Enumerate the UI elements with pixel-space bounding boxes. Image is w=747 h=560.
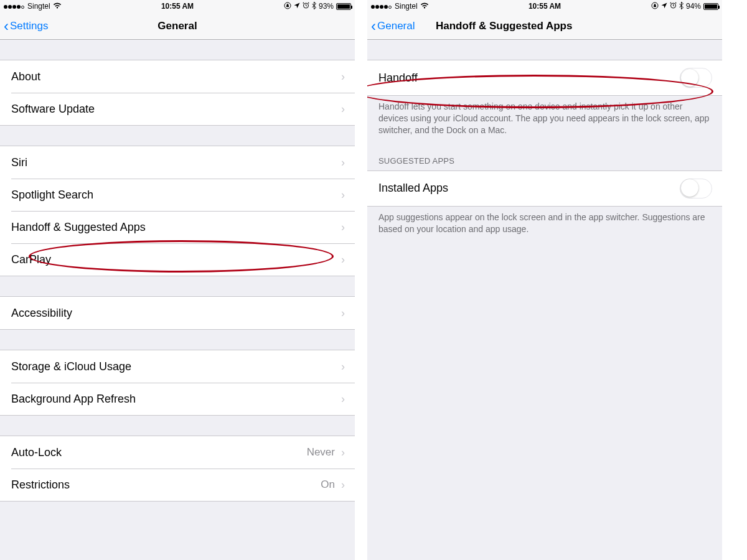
back-button[interactable]: ‹ Settings: [0, 19, 48, 34]
chevron-right-icon: ›: [341, 393, 345, 406]
row-software-update[interactable]: Software Update ›: [0, 93, 355, 125]
suggested-apps-footer-text: App suggestions appear on the lock scree…: [367, 207, 722, 245]
row-installed-apps-toggle[interactable]: Installed Apps: [367, 171, 722, 206]
chevron-left-icon: ‹: [4, 19, 9, 34]
handoff-footer-text: Handoff lets you start something on one …: [367, 96, 722, 146]
battery-icon: [703, 3, 718, 10]
row-auto-lock[interactable]: Auto-Lock Never ›: [0, 436, 355, 469]
nav-bar: ‹ General Handoff & Suggested Apps: [367, 12, 722, 40]
handoff-toggle[interactable]: [680, 68, 712, 88]
row-carplay[interactable]: CarPlay ›: [0, 243, 355, 276]
row-about[interactable]: About ›: [0, 60, 355, 93]
chevron-left-icon: ‹: [371, 19, 376, 34]
row-accessibility[interactable]: Accessibility ›: [0, 297, 355, 329]
restrictions-value: On: [321, 478, 335, 491]
status-bar: Singtel 10:55 AM 93%: [0, 0, 355, 12]
auto-lock-value: Never: [307, 446, 335, 459]
status-bar: Singtel 10:55 AM 94%: [367, 0, 722, 12]
row-handoff-toggle[interactable]: Handoff: [367, 60, 722, 95]
row-storage-icloud-usage[interactable]: Storage & iCloud Usage ›: [0, 350, 355, 383]
chevron-right-icon: ›: [341, 221, 345, 234]
page-title: Handoff & Suggested Apps: [367, 20, 722, 32]
row-restrictions[interactable]: Restrictions On ›: [0, 469, 355, 501]
chevron-right-icon: ›: [341, 446, 345, 459]
clock-label: 10:55 AM: [367, 2, 722, 11]
battery-icon: [336, 3, 351, 10]
chevron-right-icon: ›: [341, 189, 345, 202]
chevron-right-icon: ›: [341, 253, 345, 266]
chevron-right-icon: ›: [341, 478, 345, 492]
installed-apps-toggle[interactable]: [680, 179, 712, 198]
row-background-app-refresh[interactable]: Background App Refresh ›: [0, 383, 355, 415]
chevron-right-icon: ›: [341, 70, 345, 83]
chevron-right-icon: ›: [341, 103, 345, 116]
page-title: General: [0, 20, 355, 32]
chevron-right-icon: ›: [341, 156, 345, 169]
clock-label: 10:55 AM: [0, 2, 355, 11]
row-handoff-suggested-apps[interactable]: Handoff & Suggested Apps ›: [0, 211, 355, 243]
chevron-right-icon: ›: [341, 307, 345, 320]
back-label: General: [377, 20, 415, 32]
back-button[interactable]: ‹ General: [367, 19, 415, 34]
back-label: Settings: [10, 20, 48, 32]
row-spotlight-search[interactable]: Spotlight Search ›: [0, 179, 355, 211]
suggested-apps-header: SUGGESTED APPS: [367, 146, 722, 170]
chevron-right-icon: ›: [341, 360, 345, 373]
row-siri[interactable]: Siri ›: [0, 146, 355, 179]
handoff-settings-screen: Singtel 10:55 AM 94% ‹ General Handoff &…: [367, 0, 722, 560]
nav-bar: ‹ Settings General: [0, 12, 355, 40]
general-settings-screen: Singtel 10:55 AM 93% ‹ Settings General: [0, 0, 355, 560]
